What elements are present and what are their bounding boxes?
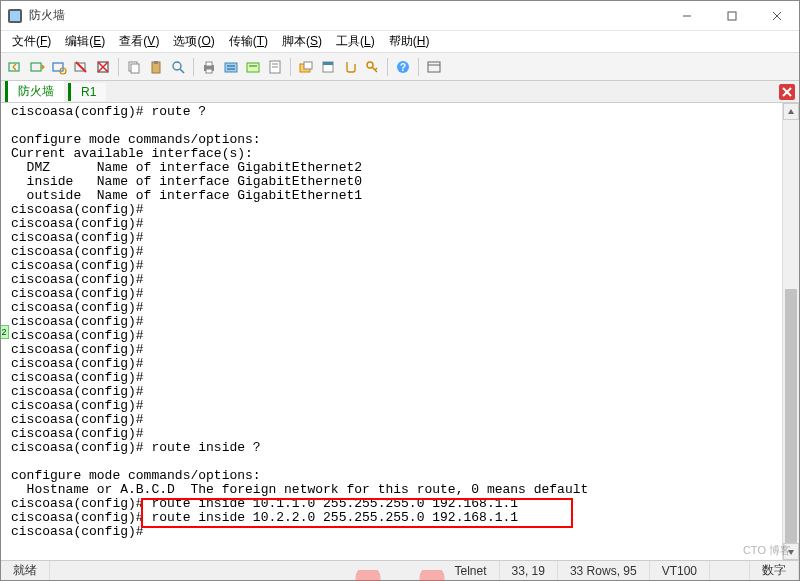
menu-view[interactable]: 查看(V) — [112, 31, 166, 52]
toolbar-separator — [118, 58, 119, 76]
svg-line-20 — [180, 69, 184, 73]
menu-options[interactable]: 选项(O) — [166, 31, 221, 52]
svg-rect-3 — [728, 12, 736, 20]
key-icon[interactable] — [362, 57, 382, 77]
svg-rect-35 — [323, 62, 333, 65]
copy-icon[interactable] — [124, 57, 144, 77]
gutter: 2 — [1, 103, 11, 560]
help-icon[interactable]: ? — [393, 57, 413, 77]
svg-point-19 — [173, 62, 181, 70]
toolbar: ? — [1, 53, 799, 81]
toolbar-separator — [418, 58, 419, 76]
svg-rect-1 — [10, 11, 20, 21]
find-icon[interactable] — [168, 57, 188, 77]
menu-script[interactable]: 脚本(S) — [275, 31, 329, 52]
close-tab-icon[interactable] — [779, 84, 795, 100]
disconnect-icon[interactable] — [71, 57, 91, 77]
svg-rect-6 — [9, 63, 19, 71]
toolbar-separator — [290, 58, 291, 76]
svg-rect-27 — [247, 63, 259, 72]
status-bar: 就绪 Telnet 33, 19 33 Rows, 95 VT100 数字 — [1, 560, 799, 580]
scroll-thumb[interactable] — [785, 289, 797, 543]
svg-rect-7 — [31, 63, 41, 71]
svg-rect-16 — [131, 64, 139, 73]
status-cursor: 33, 19 — [500, 561, 558, 580]
reconnect-icon[interactable] — [49, 57, 69, 77]
svg-rect-18 — [154, 61, 158, 64]
terminal-output[interactable]: ciscoasa(config)# route ? configure mode… — [11, 103, 782, 560]
status-term: VT100 — [650, 561, 710, 580]
app-window: 防火墙 文件(F) 编辑(E) 查看(V) 选项(O) 传输(T) 脚本(S) … — [0, 0, 800, 581]
scroll-down-button[interactable] — [783, 543, 799, 560]
gutter-badge: 2 — [1, 325, 9, 339]
svg-line-38 — [375, 68, 377, 70]
menu-bar: 文件(F) 编辑(E) 查看(V) 选项(O) 传输(T) 脚本(S) 工具(L… — [1, 31, 799, 53]
status-protocol: Telnet — [443, 561, 500, 580]
menu-help[interactable]: 帮助(H) — [382, 31, 437, 52]
tab-firewall[interactable]: 防火墙 — [5, 81, 64, 102]
menu-file[interactable]: 文件(F) — [5, 31, 58, 52]
new-window-icon[interactable] — [318, 57, 338, 77]
svg-rect-41 — [428, 62, 440, 72]
app-icon — [7, 8, 23, 24]
status-caps — [710, 561, 750, 580]
window-title: 防火墙 — [29, 7, 664, 24]
log-icon[interactable] — [265, 57, 285, 77]
status-ready: 就绪 — [1, 561, 50, 580]
menu-transfer[interactable]: 传输(T) — [222, 31, 275, 52]
svg-rect-33 — [304, 62, 312, 69]
scroll-up-button[interactable] — [783, 103, 799, 120]
svg-rect-23 — [206, 69, 212, 73]
svg-text:?: ? — [400, 62, 406, 73]
paste-icon[interactable] — [146, 57, 166, 77]
settings-icon[interactable] — [93, 57, 113, 77]
vertical-scrollbar[interactable] — [782, 103, 799, 560]
title-bar[interactable]: 防火墙 — [1, 1, 799, 31]
new-session-icon[interactable] — [296, 57, 316, 77]
window-buttons — [664, 1, 799, 30]
menu-edit[interactable]: 编辑(E) — [58, 31, 112, 52]
toolbar-separator — [193, 58, 194, 76]
toolbar-separator — [387, 58, 388, 76]
toggle-view-icon[interactable] — [424, 57, 444, 77]
svg-rect-8 — [53, 63, 63, 71]
script-icon[interactable] — [340, 57, 360, 77]
close-button[interactable] — [754, 1, 799, 30]
print-icon[interactable] — [199, 57, 219, 77]
session-options-icon[interactable] — [243, 57, 263, 77]
status-num: 数字 — [750, 561, 799, 580]
quick-connect-icon[interactable] — [27, 57, 47, 77]
minimize-button[interactable] — [664, 1, 709, 30]
tab-bar: 防火墙 R1 — [1, 81, 799, 103]
terminal-area: 2 ciscoasa(config)# route ? configure mo… — [1, 103, 799, 560]
maximize-button[interactable] — [709, 1, 754, 30]
status-size: 33 Rows, 95 — [558, 561, 650, 580]
tab-r1[interactable]: R1 — [68, 83, 106, 101]
scroll-track[interactable] — [783, 120, 799, 543]
connect-icon[interactable] — [5, 57, 25, 77]
svg-rect-24 — [225, 63, 237, 72]
highlight-box — [141, 498, 573, 528]
svg-rect-22 — [206, 62, 212, 66]
menu-tools[interactable]: 工具(L) — [329, 31, 382, 52]
properties-icon[interactable] — [221, 57, 241, 77]
